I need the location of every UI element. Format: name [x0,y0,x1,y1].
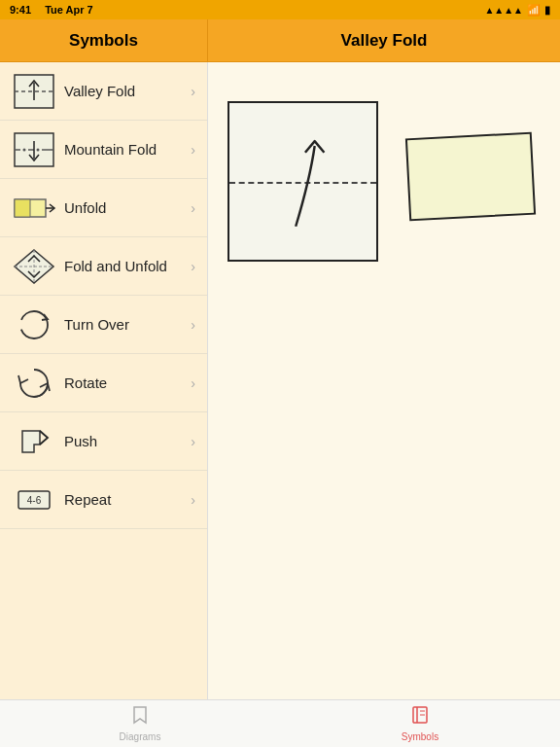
header: Symbols Valley Fold [0,19,560,62]
turn-over-icon [12,305,56,344]
unfold-label: Unfold [56,199,191,216]
fold-and-unfold-label: Fold and Unfold [56,258,191,274]
valley-fold-chevron: › [191,84,195,99]
svg-point-16 [20,311,48,338]
diagrams-tab-label: Diagrams [120,731,161,742]
rotate-chevron: › [191,375,195,391]
sidebar-header-title: Symbols [69,31,138,51]
symbols-tab-icon [410,705,430,729]
sidebar-item-push[interactable]: Push › [0,412,207,471]
mountain-fold-icon [12,130,56,169]
mountain-fold-label: Mountain Fold [56,141,191,158]
content-header-title: Valley Fold [341,31,428,51]
valley-fold-arrow-svg [229,103,376,260]
sidebar-item-repeat[interactable]: 4-6 Repeat › [0,471,207,529]
unfold-icon [12,189,56,228]
svg-point-5 [23,148,26,151]
svg-marker-17 [22,431,40,452]
valley-fold-label: Valley Fold [56,83,191,99]
status-time: 9:41 [10,4,31,16]
sidebar-item-turn-over[interactable]: Turn Over › [0,296,207,354]
sidebar-item-fold-and-unfold[interactable]: Fold and Unfold › [0,237,207,296]
valley-fold-before-diagram [228,101,378,262]
battery-icon: ▮ [544,4,550,17]
repeat-icon: 4-6 [12,480,56,519]
diagrams-tab-icon [130,705,150,729]
turn-over-chevron: › [191,317,195,333]
repeat-chevron: › [191,492,195,508]
status-bar: 9:41 Tue Apr 7 ▲▲▲▲ 📶 ▮ [0,0,560,19]
tab-bar: Diagrams Symbols [0,699,560,747]
svg-point-7 [37,148,40,151]
repeat-label: Repeat [56,491,191,508]
turn-over-label: Turn Over [56,316,191,333]
push-icon [12,422,56,461]
sidebar-item-mountain-fold[interactable]: Mountain Fold › [0,121,207,179]
sidebar: Valley Fold › Mountain Fold [0,62,208,699]
status-right: ▲▲▲▲ 📶 ▮ [484,4,550,17]
push-chevron: › [191,434,195,449]
fold-and-unfold-icon [12,247,56,286]
status-left: 9:41 Tue Apr 7 [10,4,93,16]
svg-text:4-6: 4-6 [27,495,42,506]
push-label: Push [56,433,191,449]
wifi-icon: 📶 [527,4,541,17]
fold-and-unfold-chevron: › [191,259,195,274]
valley-fold-result-paper [405,132,536,222]
sidebar-empty-bottom [0,529,207,699]
unfold-chevron: › [191,200,195,216]
sidebar-item-valley-fold[interactable]: Valley Fold › [0,62,207,121]
mountain-fold-chevron: › [191,142,195,158]
symbols-tab-label: Symbols [402,731,438,742]
main-layout: Valley Fold › Mountain Fold [0,62,560,699]
rotate-label: Rotate [56,374,191,391]
sidebar-item-rotate[interactable]: Rotate › [0,354,207,412]
rotate-icon [12,364,56,403]
valley-fold-icon [12,72,56,111]
status-date: Tue Apr 7 [45,4,93,16]
content-area [208,62,560,699]
header-right: Valley Fold [208,31,560,51]
svg-marker-11 [15,199,30,217]
signal-icon: ▲▲▲▲ [484,5,523,16]
tab-diagrams[interactable]: Diagrams [0,700,280,747]
header-left: Symbols [0,19,208,61]
tab-symbols[interactable]: Symbols [280,700,560,747]
sidebar-item-unfold[interactable]: Unfold › [0,179,207,237]
